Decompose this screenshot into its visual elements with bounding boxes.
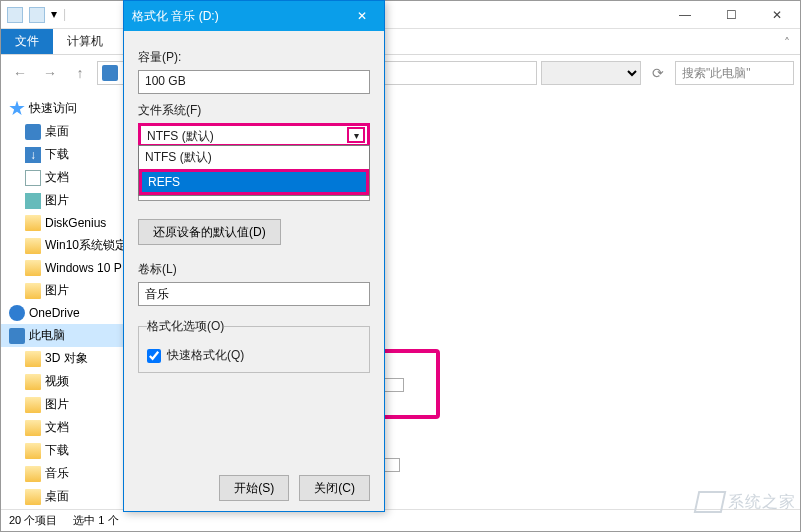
sidebar-item-label: 3D 对象 [45, 350, 88, 367]
sidebar-item-label: 图片 [45, 192, 69, 209]
sidebar-item[interactable]: 文档 [1, 416, 135, 439]
i-folder-icon [25, 466, 41, 482]
i-folder-icon [25, 420, 41, 436]
close-button[interactable]: ✕ [754, 1, 800, 29]
sidebar-item[interactable]: 此电脑 [1, 324, 135, 347]
sidebar-item-label: 音乐 [45, 465, 69, 482]
sidebar-item[interactable]: 桌面 [1, 120, 135, 143]
sidebar-item[interactable]: 下载 [1, 143, 135, 166]
capacity-select[interactable]: 100 GB [138, 70, 370, 94]
sidebar-item[interactable]: 图片 [1, 189, 135, 212]
i-folder-icon [25, 215, 41, 231]
refresh-button[interactable]: ⟳ [645, 60, 671, 86]
watermark: 系统之家 [696, 491, 796, 513]
sidebar-item-label: 此电脑 [29, 327, 65, 344]
dialog-close-button[interactable]: 关闭(C) [299, 475, 370, 501]
i-dl-icon [25, 147, 41, 163]
status-bar: 20 个项目 选中 1 个 [1, 509, 800, 531]
sidebar-item-label: 图片 [45, 282, 69, 299]
sidebar-item[interactable]: Win10系统锁定 [1, 234, 135, 257]
search-box[interactable]: 搜索"此电脑" [675, 61, 794, 85]
sidebar-item[interactable]: DiskGenius [1, 212, 135, 234]
dialog-title: 格式化 音乐 (D:) [132, 8, 219, 25]
chevron-down-icon[interactable]: ▾ [347, 127, 365, 143]
filesystem-label: 文件系统(F) [138, 102, 370, 119]
i-folder-icon [25, 351, 41, 367]
sidebar-item[interactable]: 3D 对象 [1, 347, 135, 370]
tab-file[interactable]: 文件 [1, 29, 53, 54]
filesystem-option-refs[interactable]: REFS [139, 169, 369, 195]
i-folder-icon [25, 238, 41, 254]
quick-format-checkbox[interactable] [147, 349, 161, 363]
i-folder-icon [25, 489, 41, 505]
i-doc-icon [25, 170, 41, 186]
sidebar-item-label: 图片 [45, 396, 69, 413]
sidebar-item-label: Windows 10 P [45, 261, 122, 275]
navigation-row: ← → ↑ ⟳ 搜索"此电脑" [1, 55, 800, 91]
sidebar-item-label: 视频 [45, 373, 69, 390]
sidebar-item-label: 下载 [45, 146, 69, 163]
dialog-title-bar[interactable]: 格式化 音乐 (D:) ✕ [124, 1, 384, 31]
nav-back-button[interactable]: ← [7, 60, 33, 86]
maximize-button[interactable]: ☐ [708, 1, 754, 29]
sidebar-item-label: 文档 [45, 419, 69, 436]
ribbon-collapse-icon[interactable]: ˄ [774, 32, 800, 54]
i-pc-icon [9, 328, 25, 344]
sidebar-item[interactable]: 图片 [1, 279, 135, 302]
nav-up-button[interactable]: ↑ [67, 60, 93, 86]
format-options-legend: 格式化选项(O) [147, 318, 224, 335]
address-dropdown[interactable] [541, 61, 641, 85]
qat-dropdown[interactable]: ▾ [51, 7, 57, 23]
ribbon-tabs: 文件 计算机 ˄ [1, 29, 800, 55]
volume-label-input[interactable] [138, 282, 370, 306]
filesystem-select[interactable]: NTFS (默认) ▾ [138, 123, 370, 147]
navigation-pane: 快速访问桌面下载文档图片DiskGeniusWin10系统锁定Windows 1… [1, 91, 136, 509]
sidebar-item[interactable]: OneDrive [1, 302, 135, 324]
dialog-close-icon[interactable]: ✕ [348, 9, 376, 23]
format-dialog: 格式化 音乐 (D:) ✕ 容量(P): 100 GB 文件系统(F) NTFS… [123, 0, 385, 512]
sidebar-item-label: 下载 [45, 442, 69, 459]
sidebar-item[interactable]: 快速访问 [1, 97, 135, 120]
start-button[interactable]: 开始(S) [219, 475, 289, 501]
i-star-icon [9, 101, 25, 117]
pc-icon [102, 65, 118, 81]
sidebar-item[interactable]: 音乐 [1, 462, 135, 485]
sidebar-item[interactable]: 文档 [1, 166, 135, 189]
search-placeholder: 搜索"此电脑" [682, 65, 751, 82]
i-cloud-icon [9, 305, 25, 321]
i-folder-icon [25, 397, 41, 413]
window-controls: — ☐ ✕ [662, 1, 800, 29]
sidebar-item[interactable]: 图片 [1, 393, 135, 416]
qat-icon[interactable] [29, 7, 45, 23]
format-options-group: 格式化选项(O) 快速格式化(Q) [138, 318, 370, 373]
filesystem-option-ntfs[interactable]: NTFS (默认) [139, 146, 369, 169]
i-pic-icon [25, 193, 41, 209]
volume-label-label: 卷标(L) [138, 261, 370, 278]
sidebar-item-label: 文档 [45, 169, 69, 186]
sidebar-item[interactable]: 视频 [1, 370, 135, 393]
sidebar-item-label: OneDrive [29, 306, 80, 320]
tab-computer[interactable]: 计算机 [53, 29, 117, 54]
sidebar-item-label: 桌面 [45, 123, 69, 140]
i-folder-icon [25, 283, 41, 299]
sidebar-item-label: Win10系统锁定 [45, 237, 127, 254]
sidebar-item-label: 快速访问 [29, 100, 77, 117]
restore-defaults-button[interactable]: 还原设备的默认值(D) [138, 219, 281, 245]
capacity-label: 容量(P): [138, 49, 370, 66]
filesystem-dropdown-list: NTFS (默认) REFS [138, 145, 370, 196]
quick-format-row[interactable]: 快速格式化(Q) [147, 347, 361, 364]
minimize-button[interactable]: — [662, 1, 708, 29]
sidebar-item[interactable]: 下载 [1, 439, 135, 462]
nav-forward-button[interactable]: → [37, 60, 63, 86]
i-desktop-icon [25, 124, 41, 140]
quick-access-toolbar: ▾ | [1, 7, 66, 23]
explorer-window: ▾ | — ☐ ✕ 文件 计算机 ˄ ← → ↑ ⟳ 搜索"此电脑" 快速访问桌… [0, 0, 801, 532]
title-bar: ▾ | — ☐ ✕ [1, 1, 800, 29]
sidebar-item[interactable]: Windows 10 P [1, 257, 135, 279]
i-folder-icon [25, 374, 41, 390]
sidebar-item-label: DiskGenius [45, 216, 106, 230]
sidebar-item[interactable]: 桌面 [1, 485, 135, 508]
qat-icon[interactable] [7, 7, 23, 23]
i-folder-icon [25, 260, 41, 276]
status-selected: 选中 1 个 [73, 513, 118, 528]
